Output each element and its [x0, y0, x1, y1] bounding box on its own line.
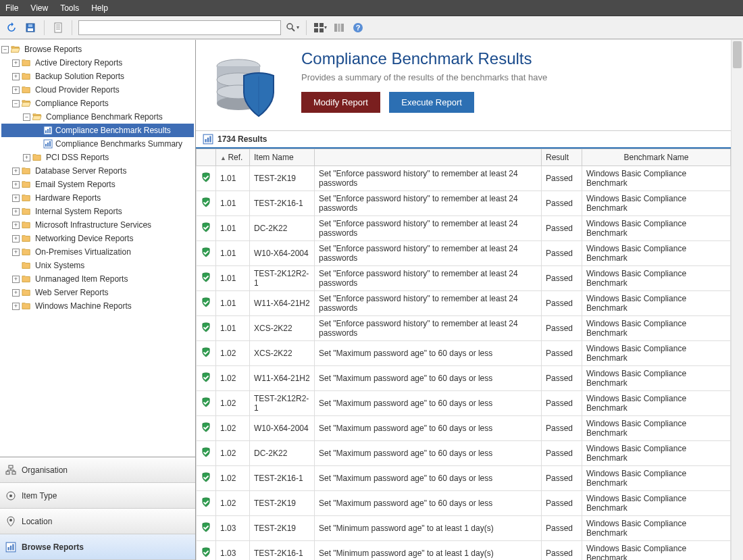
tree-item[interactable]: +On-Premises Virtualization	[1, 245, 194, 259]
table-row[interactable]: 1.01TEST-2K16-1Set "Enforce password his…	[197, 191, 731, 216]
modify-report-button[interactable]: Modify Report	[301, 92, 380, 113]
table-row[interactable]: 1.02TEST-2K19Set "Maximum password age" …	[197, 491, 731, 516]
tree-toggle[interactable]: +	[12, 276, 20, 283]
tree-toggle[interactable]: +	[12, 208, 20, 215]
item-cell: TEST-2K16-1	[250, 541, 315, 561]
tree-toggle[interactable]: −	[23, 113, 30, 121]
col-desc[interactable]	[315, 149, 542, 166]
menu-tools[interactable]: Tools	[60, 3, 79, 13]
tree-toggle[interactable]: −	[12, 100, 20, 107]
table-row[interactable]: 1.02W11-X64-21H2Set "Maximum password ag…	[197, 366, 731, 391]
tree-label: On-Premises Virtualization	[35, 247, 131, 257]
nav-browse-reports[interactable]: Browse Reports	[0, 534, 195, 560]
tree-item[interactable]: +Active Directory Reports	[1, 56, 194, 70]
table-row[interactable]: 1.01TEST-2K12R2-1Set "Enforce password h…	[197, 266, 731, 291]
tree-toggle[interactable]: +	[12, 195, 20, 202]
results-grid[interactable]: Ref. Item Name Result Benchmark Name 1.0…	[196, 149, 731, 560]
tree-item[interactable]: +Database Server Reports	[1, 164, 194, 178]
col-status[interactable]	[197, 149, 216, 166]
menu-help[interactable]: Help	[91, 3, 108, 13]
col-item[interactable]: Item Name	[250, 149, 315, 166]
tree-item[interactable]: +PCI DSS Reports	[1, 151, 194, 164]
result-cell: Passed	[542, 166, 582, 191]
tree-item[interactable]: +Cloud Provider Reports	[1, 83, 194, 97]
status-pass-icon	[201, 272, 211, 283]
col-result[interactable]: Result	[542, 149, 582, 166]
search-input[interactable]	[78, 20, 281, 35]
help-button[interactable]	[351, 20, 365, 35]
bench-cell: Windows Basic Compliance Benchmark	[582, 216, 731, 241]
desc-cell: Set "Minimum password age" to at least 1…	[315, 516, 542, 541]
table-row[interactable]: 1.02XCS-2K22Set "Maximum password age" t…	[197, 341, 731, 366]
tree-item[interactable]: +Internal System Reports	[1, 205, 194, 218]
grid-view-button[interactable]: ▾	[313, 20, 328, 35]
tree-item[interactable]: +Windows Machine Reports	[1, 299, 194, 313]
menu-file[interactable]: File	[5, 3, 18, 13]
ref-cell: 1.02	[216, 391, 250, 416]
tree-toggle[interactable]: +	[12, 181, 20, 188]
table-row[interactable]: 1.02DC-2K22Set "Maximum password age" to…	[197, 441, 731, 466]
execute-report-button[interactable]: Execute Report	[389, 92, 474, 113]
refresh-button[interactable]	[4, 20, 19, 35]
table-row[interactable]: 1.02TEST-2K12R2-1Set "Maximum password a…	[197, 391, 731, 416]
tree-item[interactable]: +Backup Solution Reports	[1, 70, 194, 83]
tree-item[interactable]: Compliance Benchmark Results	[1, 124, 194, 137]
search-button[interactable]: ▾	[285, 20, 300, 35]
folder-icon	[11, 45, 22, 54]
nav-label: Organisation	[22, 465, 68, 475]
tree-toggle[interactable]: +	[12, 235, 20, 243]
status-pass-icon	[201, 547, 211, 558]
nav-location[interactable]: Location	[0, 509, 195, 534]
tree-item[interactable]: +Email System Reports	[1, 178, 194, 191]
tree-item[interactable]: −Browse Reports	[1, 43, 194, 56]
table-row[interactable]: 1.02TEST-2K16-1Set "Maximum password age…	[197, 466, 731, 491]
vertical-scrollbar[interactable]	[731, 40, 743, 560]
tree-item[interactable]: −Compliance Reports	[1, 97, 194, 110]
folder-icon	[22, 99, 32, 108]
document-button[interactable]	[51, 20, 66, 35]
table-row[interactable]: 1.03TEST-2K19Set "Minimum password age" …	[197, 516, 731, 541]
tree-toggle[interactable]: +	[12, 59, 20, 67]
tree-item[interactable]: −Compliance Benchmark Reports	[1, 110, 194, 124]
table-row[interactable]: 1.01TEST-2K19Set "Enforce password histo…	[197, 166, 731, 191]
tree-item[interactable]: +Hardware Reports	[1, 191, 194, 205]
nav-item-type[interactable]: Item Type	[0, 483, 195, 509]
table-row[interactable]: 1.01XCS-2K22Set "Enforce password histor…	[197, 316, 731, 341]
tree-item[interactable]: +Microsoft Infrastructure Services	[1, 218, 194, 232]
tree-item[interactable]: +Unmanaged Item Reports	[1, 272, 194, 286]
tree-toggle[interactable]: −	[1, 46, 9, 53]
columns-button[interactable]	[332, 20, 347, 35]
table-row[interactable]: 1.01W11-X64-21H2Set "Enforce password hi…	[197, 291, 731, 316]
tree-label: PCI DSS Reports	[46, 153, 109, 162]
status-cell	[197, 266, 216, 291]
table-row[interactable]: 1.03TEST-2K16-1Set "Minimum password age…	[197, 541, 731, 561]
save-button[interactable]	[23, 20, 38, 35]
tree-toggle[interactable]: +	[12, 86, 20, 94]
tree-label: Hardware Reports	[35, 193, 101, 203]
tree-item[interactable]: Compliance Benchmarks Summary	[1, 137, 194, 151]
tree-toggle[interactable]: +	[12, 303, 20, 310]
ref-cell: 1.01	[216, 316, 250, 341]
tree-item[interactable]: Unix Systems	[1, 259, 194, 272]
table-row[interactable]: 1.02W10-X64-2004Set "Maximum password ag…	[197, 416, 731, 441]
tree-item[interactable]: +Networking Device Reports	[1, 232, 194, 245]
table-row[interactable]: 1.01W10-X64-2004Set "Enforce password hi…	[197, 241, 731, 266]
folder-icon	[22, 193, 32, 203]
folder-icon	[22, 166, 32, 176]
tree-toggle[interactable]: +	[12, 249, 20, 256]
tree-toggle[interactable]: +	[12, 289, 20, 297]
menu-view[interactable]: View	[30, 3, 48, 13]
tree-item[interactable]: +Web Server Reports	[1, 286, 194, 299]
tree-label: Cloud Provider Reports	[35, 85, 120, 95]
col-bench[interactable]: Benchmark Name	[582, 149, 731, 166]
tree-toggle[interactable]: +	[12, 168, 20, 175]
tree-toggle[interactable]: +	[23, 154, 30, 161]
tree-toggle[interactable]: +	[12, 73, 20, 80]
col-ref[interactable]: Ref.	[216, 149, 250, 166]
table-row[interactable]: 1.01DC-2K22Set "Enforce password history…	[197, 216, 731, 241]
tree-toggle[interactable]: +	[12, 222, 20, 229]
nav-organisation[interactable]: Organisation	[0, 457, 195, 483]
bench-cell: Windows Basic Compliance Benchmark	[582, 516, 731, 541]
tree-label: Compliance Benchmark Results	[55, 126, 171, 135]
scrollbar-thumb[interactable]	[733, 41, 742, 68]
